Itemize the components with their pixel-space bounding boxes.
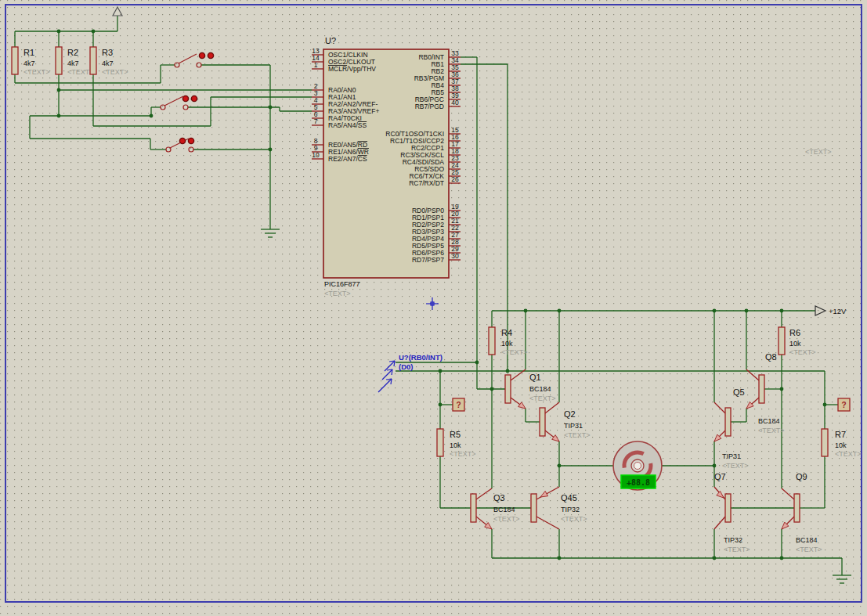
transistor-base-bar[interactable] xyxy=(794,494,800,522)
pin-number-label: 40 xyxy=(451,99,459,106)
switch-actuator-icon[interactable] xyxy=(188,138,193,143)
resistor-body[interactable] xyxy=(437,429,443,456)
resistor-r3[interactable] xyxy=(90,47,96,74)
switch-actuator-icon[interactable] xyxy=(191,95,197,101)
junction-dot xyxy=(57,88,61,92)
resistor-body[interactable] xyxy=(56,47,62,74)
transistor-ref-label[interactable]: Q2 xyxy=(564,409,576,419)
junction-dot xyxy=(150,114,154,118)
switch-actuator-icon[interactable] xyxy=(182,95,188,101)
resistor-value-label[interactable]: 10k xyxy=(501,340,513,348)
resistor-value-label[interactable]: 10k xyxy=(450,441,461,449)
resistor-ref-label[interactable]: R4 xyxy=(501,328,512,337)
transistor-ref-label[interactable]: Q8 xyxy=(765,352,777,362)
pin-number-label: 1 xyxy=(314,61,318,69)
transistor-part-label[interactable]: TIP31 xyxy=(564,422,583,430)
transistor-base-bar[interactable] xyxy=(540,408,545,436)
transistor-base-bar[interactable] xyxy=(505,375,511,403)
resistor-text-placeholder: <TEXT> xyxy=(102,68,128,76)
resistor-value-label[interactable]: 4k7 xyxy=(102,59,114,67)
junction-dot xyxy=(558,557,562,560)
transistor-base-bar[interactable] xyxy=(471,494,476,522)
junction-dot xyxy=(439,369,443,373)
resistor-ref-label[interactable]: R3 xyxy=(102,48,113,57)
probe-label: ? xyxy=(841,401,846,409)
pin-name-label: RD7/PSP7 xyxy=(412,256,444,264)
junction-dot xyxy=(713,557,717,560)
floating-text-placeholder: <TEXT> xyxy=(805,148,832,156)
junction-dot xyxy=(490,387,494,391)
pin-name-label: MCLR/Vpp/THV xyxy=(328,65,376,73)
transistor-text-placeholder: <TEXT> xyxy=(758,427,785,434)
resistor-r1[interactable] xyxy=(12,47,18,74)
resistor-ref-label[interactable]: R7 xyxy=(835,430,846,439)
junction-dot xyxy=(713,464,717,468)
schematic-sheet: +12VU?PIC16F877<TEXT>13OSC1/CLKIN14OSC2/… xyxy=(0,0,867,616)
transistor-ref-label[interactable]: Q7 xyxy=(714,472,726,481)
resistor-ref-label[interactable]: R5 xyxy=(450,430,461,439)
resistor-value-label[interactable]: 10k xyxy=(835,441,847,449)
pin-number-label: 30 xyxy=(451,252,459,260)
transistor-text-placeholder: <TEXT> xyxy=(722,462,749,470)
transistor-part-label[interactable]: TIP32 xyxy=(724,536,742,544)
resistor-ref-label[interactable]: R2 xyxy=(67,48,78,57)
switch-actuator-icon[interactable] xyxy=(208,52,213,58)
junction-dot xyxy=(745,309,749,313)
resistor-body[interactable] xyxy=(822,429,828,456)
transistor-part-label[interactable]: TIP31 xyxy=(722,452,741,460)
pin-number-label: 10 xyxy=(312,151,320,159)
transistor-base-bar[interactable] xyxy=(759,375,764,403)
transistor-text-placeholder: <TEXT> xyxy=(796,546,822,553)
pin-name-label: RE2/AN7/CS xyxy=(328,155,367,163)
chip-part-label[interactable]: PIC16F877 xyxy=(324,280,360,288)
junction-dot xyxy=(506,369,510,373)
resistor-ref-label[interactable]: R1 xyxy=(23,48,34,57)
junction-dot xyxy=(57,30,61,34)
resistor-r2[interactable] xyxy=(56,47,62,74)
transistor-ref-label[interactable]: Q3 xyxy=(493,493,505,503)
net-label-rb0[interactable]: U?(RB0/INT) xyxy=(399,353,443,362)
transistor-part-label[interactable]: BC184 xyxy=(796,536,818,544)
transistor-part-label[interactable]: BC184 xyxy=(529,385,551,393)
transistor-ref-label[interactable]: Q45 xyxy=(561,493,577,503)
pin-name-label: RC7/RX/DT xyxy=(409,179,444,187)
resistor-ref-label[interactable]: R6 xyxy=(789,328,800,337)
resistor-value-label[interactable]: 4k7 xyxy=(23,59,35,67)
junction-dot xyxy=(269,106,273,110)
chip-ref-label[interactable]: U? xyxy=(325,36,336,45)
resistor-r7[interactable] xyxy=(822,429,828,456)
resistor-body[interactable] xyxy=(90,47,96,74)
transistor-ref-label[interactable]: Q5 xyxy=(733,387,745,397)
switch-actuator-icon[interactable] xyxy=(199,52,204,58)
junction-dot xyxy=(713,309,717,313)
transistor-base-bar[interactable] xyxy=(531,494,536,522)
junction-dot xyxy=(558,464,562,468)
resistor-r4[interactable] xyxy=(489,327,495,355)
resistor-r6[interactable] xyxy=(778,327,785,355)
junction-dot xyxy=(558,309,562,313)
probe-label: ? xyxy=(456,401,461,409)
transistor-part-label[interactable]: BC184 xyxy=(758,417,780,425)
net-label-d0[interactable]: (D0) xyxy=(399,362,413,371)
resistor-r5[interactable] xyxy=(437,429,443,456)
resistor-body[interactable] xyxy=(12,47,18,74)
switch-actuator-icon[interactable] xyxy=(179,138,185,143)
transistor-base-bar[interactable] xyxy=(725,494,731,522)
resistor-value-label[interactable]: 4k7 xyxy=(67,59,79,67)
transistor-text-placeholder: <TEXT> xyxy=(529,394,556,402)
resistor-body[interactable] xyxy=(489,327,495,355)
resistor-text-placeholder: <TEXT> xyxy=(501,348,528,356)
transistor-ref-label[interactable]: Q1 xyxy=(529,373,541,382)
transistor-ref-label[interactable]: Q9 xyxy=(796,472,807,481)
junction-dot xyxy=(780,387,784,391)
plus12v-label: +12V xyxy=(829,307,847,315)
resistor-value-label[interactable]: 10k xyxy=(789,340,801,348)
transistor-part-label[interactable]: BC184 xyxy=(493,506,515,513)
transistor-text-placeholder: <TEXT> xyxy=(561,515,587,523)
resistor-body[interactable] xyxy=(778,327,785,355)
resistor-text-placeholder: <TEXT> xyxy=(789,348,816,356)
transistor-part-label[interactable]: TIP32 xyxy=(561,506,580,513)
pin-number-label: 7 xyxy=(314,117,318,125)
transistor-text-placeholder: <TEXT> xyxy=(564,431,591,439)
transistor-base-bar[interactable] xyxy=(725,408,731,436)
